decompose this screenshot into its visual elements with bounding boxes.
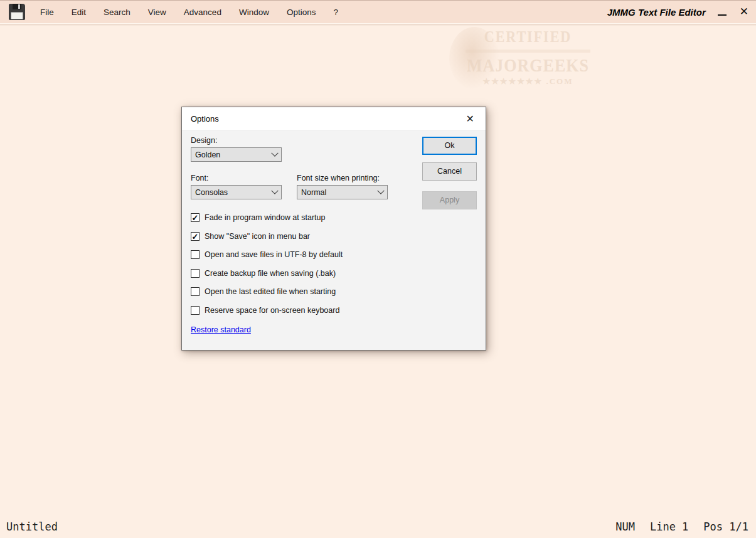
- font-label: Font:: [191, 174, 209, 182]
- checkbox[interactable]: [191, 287, 200, 296]
- checkbox-row-onscreen-keyboard[interactable]: Reserve space for on-screen keyboard: [191, 306, 339, 315]
- checkbox[interactable]: ✓: [191, 213, 200, 222]
- menu-item-edit[interactable]: Edit: [63, 3, 95, 22]
- window-title-area: JMMG Text File Editor ✕: [607, 7, 750, 18]
- font-select-value: Consolas: [195, 188, 272, 197]
- status-pos: Pos 1/1: [703, 520, 748, 533]
- checkbox-label: Show "Save" icon in menu bar: [205, 232, 310, 241]
- checkbox-row-open-last[interactable]: Open the last edited file when starting: [191, 287, 336, 296]
- chevron-down-icon: [377, 187, 384, 194]
- status-num-indicator: NUM: [615, 520, 635, 533]
- menu-items: File Edit Search View Advanced Window Op…: [31, 3, 347, 22]
- menu-item-window[interactable]: Window: [230, 3, 278, 22]
- status-bar: Untitled NUM Line 1 Pos 1/1: [0, 519, 756, 538]
- checkbox-row-backup[interactable]: Create backup file when saving (.bak): [191, 269, 336, 278]
- watermark-stars-line: ★★★★★★★ .COM: [448, 76, 608, 87]
- watermark-bar: [466, 50, 590, 53]
- watermark-mascot: [449, 27, 499, 90]
- cancel-button[interactable]: Cancel: [422, 162, 477, 181]
- close-icon[interactable]: ✕: [738, 7, 750, 17]
- dialog-title-bar: Options ✕: [182, 107, 486, 130]
- save-icon[interactable]: [9, 4, 25, 20]
- checkbox-label: Fade in program window at startup: [205, 213, 325, 222]
- watermark-majorgeeks-line: MAJORGEEKS: [448, 55, 608, 77]
- floppy-disk-label: [11, 12, 23, 19]
- design-label: Design:: [191, 136, 217, 145]
- menubar-separator: [0, 23, 756, 26]
- font-size-select-value: Normal: [301, 188, 378, 197]
- minimize-icon[interactable]: [717, 7, 727, 17]
- menu-item-file[interactable]: File: [31, 3, 63, 22]
- menu-item-advanced[interactable]: Advanced: [175, 3, 230, 22]
- dialog-close-icon[interactable]: ✕: [464, 112, 477, 126]
- checkbox[interactable]: ✓: [191, 232, 200, 241]
- menu-item-options[interactable]: Options: [278, 3, 325, 22]
- checkbox-row-fade-in[interactable]: ✓ Fade in program window at startup: [191, 213, 325, 222]
- menu-bar: File Edit Search View Advanced Window Op…: [0, 1, 756, 23]
- checkbox[interactable]: [191, 250, 200, 259]
- watermark-certified-line: CERTIFIED: [448, 28, 608, 46]
- status-file-name: Untitled: [6, 520, 58, 533]
- checkbox-label: Reserve space for on-screen keyboard: [205, 306, 339, 315]
- options-dialog: Options ✕ Design: Golden Font: Consolas …: [181, 107, 486, 351]
- checkbox-label: Open the last edited file when starting: [205, 287, 336, 296]
- checkbox-row-show-save-icon[interactable]: ✓ Show "Save" icon in menu bar: [191, 232, 310, 241]
- checkbox-label: Open and save files in UTF-8 by default: [205, 250, 343, 259]
- checkbox[interactable]: [191, 306, 200, 315]
- design-select-value: Golden: [195, 150, 272, 159]
- floppy-disk-slot: [18, 4, 20, 9]
- restore-standard-link[interactable]: Restore standard: [191, 325, 251, 334]
- font-select[interactable]: Consolas: [191, 185, 282, 199]
- font-size-label: Font size when printing:: [297, 174, 380, 182]
- menu-item-help[interactable]: ?: [324, 3, 347, 22]
- app-title: JMMG Text File Editor: [607, 7, 706, 18]
- checkbox-row-utf8[interactable]: Open and save files in UTF-8 by default: [191, 250, 343, 259]
- design-select[interactable]: Golden: [191, 147, 282, 162]
- font-size-select[interactable]: Normal: [297, 185, 388, 199]
- checkbox[interactable]: [191, 269, 200, 278]
- checkbox-label: Create backup file when saving (.bak): [205, 269, 336, 278]
- status-line: Line 1: [650, 520, 688, 533]
- menu-item-search[interactable]: Search: [95, 3, 139, 22]
- chevron-down-icon: [271, 187, 278, 194]
- ok-button[interactable]: Ok: [422, 137, 477, 155]
- dialog-title: Options: [191, 114, 219, 124]
- chevron-down-icon: [271, 149, 278, 156]
- app-window: File Edit Search View Advanced Window Op…: [0, 0, 756, 538]
- apply-button[interactable]: Apply: [422, 191, 477, 209]
- menu-item-view[interactable]: View: [139, 3, 175, 22]
